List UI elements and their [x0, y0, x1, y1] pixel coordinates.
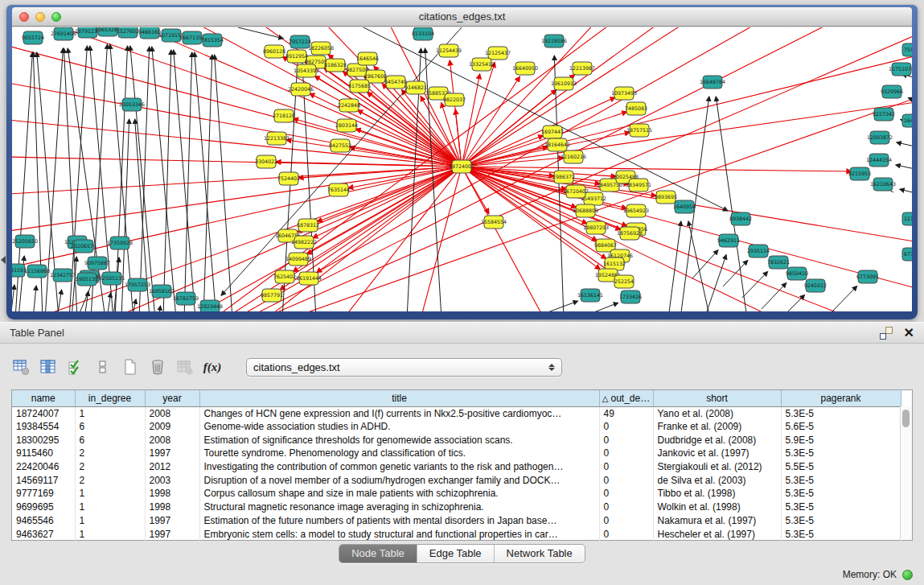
cell-pagerank[interactable]: 5.3E-5	[781, 487, 901, 501]
graph-node[interactable]: 12213383	[264, 132, 290, 145]
cell-short[interactable]: Wolkin et al. (1998)	[653, 501, 781, 514]
black-edge[interactable]	[522, 301, 578, 311]
cell-in_degree[interactable]: 2	[75, 460, 145, 474]
graph-node[interactable]: 9466160	[138, 27, 161, 39]
graph-node[interactable]: 6773091	[856, 270, 879, 283]
graph-node[interactable]: 14099489	[285, 253, 311, 266]
graph-node[interactable]: 1646546	[356, 52, 379, 65]
cell-out_de[interactable]: 49	[599, 406, 653, 420]
cell-name[interactable]: 19384554	[12, 420, 75, 434]
graph-node[interactable]: 16640950	[512, 62, 538, 75]
black-edge[interactable]	[130, 46, 155, 311]
graph-node[interactable]: 18164642	[544, 138, 570, 151]
cell-pagerank[interactable]: 5.9E-5	[781, 433, 901, 447]
black-edge[interactable]	[723, 261, 748, 286]
graph-node[interactable]: 90975887	[84, 257, 110, 270]
black-edge[interactable]	[238, 27, 283, 39]
table-row[interactable]: 911546021997Tourette syndrome. Phenomeno…	[12, 447, 901, 460]
table-row[interactable]: 969969511998Structural magnetic resonanc…	[12, 501, 901, 514]
cell-out_de[interactable]: 0	[599, 527, 653, 541]
black-edge[interactable]	[184, 52, 192, 311]
graph-node[interactable]: 16648784	[700, 76, 725, 89]
cell-short[interactable]: Yano et al. (2008)	[653, 406, 781, 420]
rows-icon[interactable]	[93, 357, 113, 377]
memory-status-label[interactable]: Memory: OK	[843, 569, 897, 580]
cell-out_de[interactable]: 0	[599, 447, 653, 460]
column-header-year[interactable]: year	[145, 390, 199, 406]
float-window-icon[interactable]	[880, 327, 893, 340]
cell-name[interactable]: 18300295	[12, 433, 75, 447]
graph-node[interactable]: 15751074	[889, 63, 912, 76]
graph-node[interactable]: 12213987	[569, 62, 595, 75]
cell-name[interactable]: 18724007	[12, 406, 75, 420]
cell-year[interactable]: 2012	[145, 460, 199, 474]
graph-node[interactable]: 14982222	[291, 236, 317, 249]
table-row[interactable]: 946554611997Estimation of the future num…	[12, 514, 901, 528]
graph-node[interactable]: 19654923	[623, 204, 649, 217]
graph-node[interactable]: 12505135	[99, 272, 125, 285]
table-row[interactable]: 1830029562008Estimation of significance …	[12, 433, 901, 447]
new-table-icon[interactable]	[121, 357, 140, 377]
cell-in_degree[interactable]: 1	[75, 406, 145, 420]
graph-node[interactable]: 20053346	[119, 98, 145, 111]
graph-node[interactable]: 9857791	[261, 289, 283, 302]
graph-node[interactable]: 9245012	[804, 279, 827, 292]
cell-pagerank[interactable]: 5.3E-5	[781, 473, 901, 487]
cell-in_degree[interactable]: 1	[75, 514, 145, 528]
graph-node[interactable]: 16136141	[577, 289, 603, 302]
cell-short[interactable]: Stergiakouli et al. (2012)	[653, 460, 781, 474]
table-row[interactable]: 977716911998Corpus callosum shape and si…	[12, 487, 901, 501]
cell-year[interactable]: 2008	[145, 406, 199, 420]
black-edge[interactable]	[896, 165, 912, 171]
cell-title[interactable]: Embryonic stem cells: a model to study s…	[199, 527, 599, 541]
graph-node[interactable]: 11156868	[24, 265, 50, 278]
red-edge[interactable]	[306, 167, 462, 254]
graph-node[interactable]: 17957253	[125, 278, 150, 291]
graph-node[interactable]: 8454749	[384, 76, 407, 89]
red-edge[interactable]	[12, 27, 462, 167]
graph-node[interactable]: 9227342	[873, 108, 895, 121]
graph-node[interactable]: 20206576	[71, 240, 97, 253]
graph-node[interactable]: 18757515	[626, 124, 652, 137]
graph-node[interactable]: 7485083	[625, 102, 647, 115]
cell-in_degree[interactable]: 6	[75, 433, 145, 447]
graph-node[interactable]: 9850410	[786, 267, 808, 280]
graph-node[interactable]: 10543392	[294, 64, 319, 77]
column-header-out_de[interactable]: △out_de…	[599, 390, 653, 406]
black-edge[interactable]	[668, 221, 681, 311]
table-vertical-scrollbar[interactable]	[900, 406, 912, 540]
black-edge[interactable]	[203, 55, 212, 311]
cell-in_degree[interactable]: 2	[75, 473, 145, 487]
window-titlebar[interactable]: citations_edges.txt	[12, 7, 912, 27]
cell-name[interactable]: 9465546	[12, 514, 75, 528]
cell-name[interactable]: 22420046	[12, 460, 75, 474]
red-edge[interactable]	[462, 100, 912, 167]
black-edge[interactable]	[163, 50, 171, 311]
graph-node[interactable]: 3175685	[348, 80, 371, 93]
graph-node[interactable]: 7957224	[289, 35, 311, 48]
graph-node[interactable]: 1640954	[673, 200, 696, 213]
graph-node[interactable]: 7832621	[767, 256, 790, 269]
cell-name[interactable]: 9777169	[12, 487, 75, 501]
cell-short[interactable]: Dudbridge et al. (2008)	[653, 433, 781, 447]
cell-out_de[interactable]: 0	[599, 501, 653, 514]
cell-year[interactable]: 2003	[145, 473, 199, 487]
cell-in_degree[interactable]: 6	[75, 420, 145, 434]
cell-pagerank[interactable]: 5.5E-5	[781, 460, 901, 474]
black-edge[interactable]	[781, 295, 805, 311]
tab-edge-table[interactable]: Edge Table	[417, 545, 495, 562]
graph-node[interactable]: 16191444	[296, 272, 322, 285]
table-row[interactable]: 2242004622012Investigating the contribut…	[12, 460, 901, 474]
graph-node[interactable]: 18349571	[626, 179, 651, 192]
cell-year[interactable]: 1997	[145, 447, 199, 460]
cell-in_degree[interactable]: 2	[75, 447, 145, 460]
black-edge[interactable]	[107, 293, 111, 311]
graph-node[interactable]: 16720407	[563, 185, 589, 198]
cell-out_de[interactable]: 0	[599, 473, 653, 487]
graph-node[interactable]: 8938442	[729, 212, 752, 225]
red-edge[interactable]	[178, 167, 462, 311]
black-edge[interactable]	[152, 47, 176, 311]
column-header-in_degree[interactable]: in_degree	[75, 390, 145, 406]
graph-node[interactable]: 7815354	[201, 34, 224, 47]
black-edge[interactable]	[33, 286, 36, 311]
